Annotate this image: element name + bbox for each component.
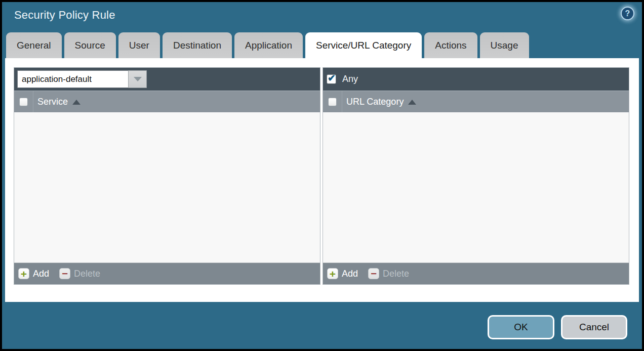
tab-usage[interactable]: Usage xyxy=(480,32,529,58)
service-select-all-cell xyxy=(14,91,33,112)
chevron-down-icon xyxy=(134,77,142,81)
url-panel-header: Any xyxy=(323,68,629,91)
security-policy-rule-dialog: Security Policy Rule ? GeneralSourceUser… xyxy=(2,2,642,349)
any-checkbox-label[interactable]: Any xyxy=(342,74,358,84)
url-category-list[interactable] xyxy=(323,112,629,262)
minus-icon: − xyxy=(59,268,70,279)
url-column-header[interactable]: URL Category xyxy=(346,97,404,107)
service-list[interactable] xyxy=(14,112,320,262)
url-column-header-row: URL Category xyxy=(323,91,629,112)
add-button-label: Add xyxy=(33,269,49,279)
service-panel-header xyxy=(14,68,320,91)
tab-destination[interactable]: Destination xyxy=(163,32,232,58)
sort-asc-icon xyxy=(408,100,416,105)
delete-button-label: Delete xyxy=(74,269,100,279)
service-add-button[interactable]: + Add xyxy=(18,268,49,279)
delete-button-label: Delete xyxy=(383,269,409,279)
tab-general[interactable]: General xyxy=(6,32,62,58)
service-panel: Service + Add − Delete xyxy=(14,67,320,285)
service-select-all-checkbox[interactable] xyxy=(19,98,28,106)
cancel-button[interactable]: Cancel xyxy=(561,315,627,339)
url-category-panel: Any URL Category + Add − Delete xyxy=(323,67,629,285)
plus-icon: + xyxy=(18,268,29,279)
url-add-button[interactable]: + Add xyxy=(327,268,358,279)
any-checkbox[interactable] xyxy=(327,74,336,84)
service-panel-footer: + Add − Delete xyxy=(14,262,320,284)
ok-button[interactable]: OK xyxy=(488,315,554,339)
service-dropdown[interactable] xyxy=(17,70,147,88)
help-icon[interactable]: ? xyxy=(621,7,634,20)
url-panel-footer: + Add − Delete xyxy=(323,262,629,284)
service-dropdown-input[interactable] xyxy=(17,70,128,88)
tab-service-url-category[interactable]: Service/URL Category xyxy=(305,32,422,58)
tab-source[interactable]: Source xyxy=(64,32,116,58)
minus-icon: − xyxy=(368,268,379,279)
tab-user[interactable]: User xyxy=(118,32,160,58)
dialog-content: Service + Add − Delete Any xyxy=(5,58,639,302)
plus-icon: + xyxy=(327,268,338,279)
tab-bar: GeneralSourceUserDestinationApplicationS… xyxy=(6,32,529,58)
sort-asc-icon xyxy=(72,100,80,105)
service-column-header-row: Service xyxy=(14,91,320,112)
service-column-header[interactable]: Service xyxy=(37,97,68,107)
service-dropdown-button[interactable] xyxy=(128,70,147,88)
dialog-title: Security Policy Rule xyxy=(14,9,115,22)
add-button-label: Add xyxy=(342,269,358,279)
service-delete-button[interactable]: − Delete xyxy=(59,268,100,279)
url-delete-button[interactable]: − Delete xyxy=(368,268,409,279)
tab-application[interactable]: Application xyxy=(234,32,303,58)
url-select-all-checkbox[interactable] xyxy=(328,98,337,106)
url-select-all-cell xyxy=(323,91,342,112)
tab-actions[interactable]: Actions xyxy=(424,32,477,58)
